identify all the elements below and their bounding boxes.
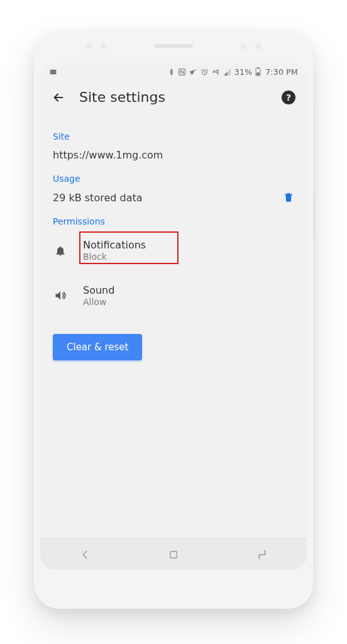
- page-title: Site settings: [79, 89, 165, 105]
- bell-icon: [53, 245, 68, 257]
- battery-icon: [255, 67, 261, 76]
- nav-recent-button[interactable]: [255, 548, 269, 562]
- delete-storage-button[interactable]: [283, 191, 294, 204]
- permission-row-notifications[interactable]: Notifications Block: [53, 234, 294, 268]
- permission-subtitle: Allow: [83, 297, 114, 308]
- phone-screen: 4G 31% 7:30 PM Site settings ? Site: [40, 63, 307, 570]
- svg-rect-7: [170, 551, 177, 558]
- clear-reset-button[interactable]: Clear & reset: [53, 334, 142, 360]
- svg-text:4G: 4G: [212, 69, 218, 73]
- network-icon: 4G: [212, 68, 220, 76]
- nav-home-button[interactable]: [168, 549, 179, 560]
- card-icon: [49, 68, 57, 76]
- speaker-icon: [53, 289, 68, 302]
- phone-sensor: [99, 42, 108, 50]
- nav-back-button[interactable]: [78, 548, 92, 562]
- alarm-icon: [201, 68, 209, 76]
- battery-pct: 31%: [234, 67, 252, 77]
- phone-sensor: [254, 42, 263, 50]
- back-button[interactable]: [52, 91, 65, 104]
- permission-subtitle: Block: [83, 252, 146, 263]
- android-navbar: [40, 538, 307, 570]
- content: Site https://www.1mg.com Usage 29 kB sto…: [40, 111, 307, 360]
- help-icon[interactable]: ?: [282, 91, 295, 104]
- section-label-site: Site: [53, 131, 294, 142]
- phone-sensor: [239, 42, 248, 50]
- permission-row-sound[interactable]: Sound Allow: [53, 279, 294, 313]
- site-url: https://www.1mg.com: [53, 149, 294, 161]
- phone-bezel-top: [34, 30, 313, 63]
- mute-icon: [189, 68, 197, 76]
- svg-rect-6: [256, 72, 260, 75]
- phone-frame: 4G 31% 7:30 PM Site settings ? Site: [34, 30, 313, 609]
- nfc-icon: [178, 68, 186, 76]
- phone-sensor: [84, 42, 93, 50]
- section-label-usage: Usage: [53, 174, 294, 184]
- app-bar: Site settings ?: [40, 80, 307, 111]
- status-bar: 4G 31% 7:30 PM: [40, 63, 307, 80]
- signal-icon: [223, 68, 231, 76]
- phone-speaker: [154, 44, 193, 48]
- status-clock: 7:30 PM: [265, 67, 298, 77]
- permission-title: Notifications: [83, 239, 146, 252]
- usage-text: 29 kB stored data: [53, 192, 143, 204]
- permission-title: Sound: [83, 284, 114, 297]
- bluetooth-icon: [168, 68, 175, 76]
- svg-rect-0: [50, 69, 57, 74]
- section-label-permissions: Permissions: [53, 216, 294, 226]
- svg-rect-5: [257, 67, 259, 68]
